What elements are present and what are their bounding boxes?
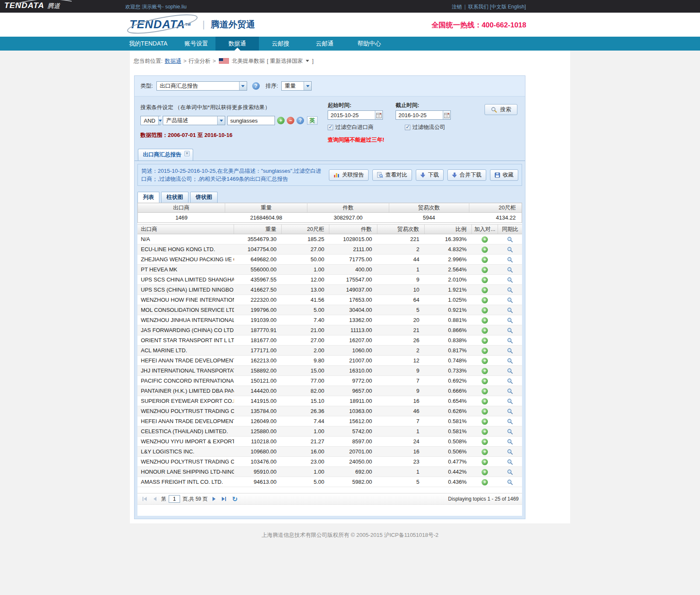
add-to-compare-icon[interactable] bbox=[482, 459, 488, 465]
prev-page-button[interactable] bbox=[151, 495, 159, 503]
add-to-compare-icon[interactable] bbox=[482, 277, 488, 283]
download-button[interactable]: 下载 bbox=[416, 169, 444, 181]
exporter-name-link[interactable]: ORIENT STAR TRANSPORT INT L LTD RM bbox=[137, 335, 234, 346]
exporter-name-link[interactable]: PT HEVEA MK bbox=[137, 265, 234, 275]
add-to-compare-icon[interactable] bbox=[482, 257, 488, 263]
yoy-magnifier-icon[interactable] bbox=[507, 418, 513, 425]
nav-item-data-hub[interactable]: 数据通 bbox=[215, 37, 259, 51]
chevron-down-icon[interactable] bbox=[306, 60, 309, 62]
exporter-name-link[interactable]: HONOUR LANE SHIPPING LTD-NINGBO bbox=[137, 467, 234, 477]
next-page-button[interactable] bbox=[210, 495, 218, 503]
view-compare-button[interactable]: 查看对比 bbox=[372, 169, 412, 181]
search-field-select[interactable]: 产品描述 bbox=[163, 116, 225, 125]
yoy-magnifier-icon[interactable] bbox=[507, 287, 513, 293]
add-to-compare-icon[interactable] bbox=[482, 358, 488, 364]
exporter-name-link[interactable]: WENZHOU YIYU IMPORT & EXPORT C... bbox=[137, 437, 234, 447]
col-header-weight[interactable]: 重量 bbox=[234, 225, 282, 234]
exporter-name-link[interactable]: UPS SCS (CHINA) LIMITED NINGBO bbox=[137, 285, 234, 295]
last-page-button[interactable] bbox=[220, 495, 228, 503]
yoy-magnifier-icon[interactable] bbox=[507, 236, 513, 243]
start-date-input[interactable]: 2015-10-25 bbox=[328, 110, 383, 120]
sort-select[interactable]: 重量 bbox=[281, 81, 312, 91]
yoy-magnifier-icon[interactable] bbox=[507, 257, 513, 263]
tab-pie-chart-view[interactable]: 饼状图 bbox=[190, 192, 218, 203]
yoy-magnifier-icon[interactable] bbox=[507, 358, 513, 364]
filter-logistics-checkbox[interactable]: 过滤物流公司 bbox=[405, 123, 445, 131]
contact-link[interactable]: 联系我们 bbox=[468, 4, 488, 10]
exporter-name-link[interactable]: PANTAINER (H.K.) LIMITED DBA PANTAI bbox=[137, 386, 234, 396]
english-toggle-button[interactable]: 英 bbox=[307, 116, 318, 125]
col-header-add-compare[interactable]: 加入对... bbox=[472, 225, 498, 234]
exporter-name-link[interactable]: ACL MARINE LTD. bbox=[137, 346, 234, 356]
yoy-magnifier-icon[interactable] bbox=[507, 247, 513, 253]
close-icon[interactable]: ✕ bbox=[184, 151, 190, 156]
yoy-magnifier-icon[interactable] bbox=[507, 327, 513, 334]
related-report-button[interactable]: 关联报告 bbox=[329, 169, 369, 181]
col-header-teu[interactable]: 20尺柜 bbox=[282, 225, 329, 234]
logout-link[interactable]: 注销 bbox=[452, 4, 462, 10]
first-page-button[interactable] bbox=[141, 495, 148, 503]
add-to-compare-icon[interactable] bbox=[482, 338, 488, 344]
end-date-input[interactable]: 2016-10-25 bbox=[396, 110, 451, 120]
tab-list-view[interactable]: 列表 bbox=[137, 192, 159, 203]
yoy-magnifier-icon[interactable] bbox=[507, 317, 513, 324]
calendar-icon[interactable] bbox=[443, 111, 450, 119]
yoy-magnifier-icon[interactable] bbox=[507, 429, 513, 435]
checkbox-checked-icon[interactable] bbox=[405, 125, 410, 130]
add-to-compare-icon[interactable] bbox=[482, 449, 488, 455]
search-button[interactable]: 搜索 bbox=[485, 104, 517, 115]
nav-item-cloud-mail-search[interactable]: 云邮搜 bbox=[259, 37, 302, 51]
exporter-name-link[interactable]: CELESTICA (THAILAND) LIMITED. bbox=[137, 426, 234, 437]
col-header-ratio[interactable]: 比例 bbox=[424, 225, 471, 234]
chevron-down-icon[interactable] bbox=[158, 116, 162, 125]
exporter-name-link[interactable]: WENZHOU HOW FINE INTERNATIONAL... bbox=[137, 295, 234, 305]
refresh-icon[interactable]: ↻ bbox=[232, 495, 237, 503]
help-icon[interactable]: ? bbox=[252, 82, 260, 90]
add-to-compare-icon[interactable] bbox=[482, 307, 488, 314]
yoy-magnifier-icon[interactable] bbox=[507, 297, 513, 303]
add-to-compare-icon[interactable] bbox=[482, 236, 488, 243]
col-header-exporter[interactable]: 出口商 bbox=[137, 225, 234, 234]
yoy-magnifier-icon[interactable] bbox=[507, 307, 513, 314]
exporter-name-link[interactable]: MOL CONSOLIDATION SERVICE LTD O/B bbox=[137, 305, 234, 315]
exporter-name-link[interactable]: L&Y LOGISTICS INC. bbox=[137, 447, 234, 457]
exporter-name-link[interactable]: JHJ INTERNATIONAL TRANSPORTATIO... bbox=[137, 366, 234, 376]
help-icon[interactable]: ? bbox=[296, 117, 304, 124]
add-to-compare-icon[interactable] bbox=[482, 287, 488, 293]
exporter-name-link[interactable]: WENZHOU JINHUA INTERNATIONAL T... bbox=[137, 315, 234, 325]
yoy-magnifier-icon[interactable] bbox=[507, 469, 513, 475]
reselect-country-label[interactable]: [ 重新选择国家 bbox=[267, 57, 303, 65]
report-tab[interactable]: 出口商汇总报告 ✕ bbox=[138, 149, 193, 161]
yoy-magnifier-icon[interactable] bbox=[507, 348, 513, 354]
yoy-magnifier-icon[interactable] bbox=[507, 338, 513, 344]
exporter-name-link[interactable]: AMASS FREIGHT INTL CO. LTD. bbox=[137, 477, 234, 487]
col-header-yoy[interactable]: 同期比 bbox=[498, 225, 522, 234]
add-to-compare-icon[interactable] bbox=[482, 479, 488, 485]
nav-item-account-settings[interactable]: 账号设置 bbox=[177, 37, 215, 51]
language-switch-link[interactable]: [中文版 English] bbox=[490, 4, 526, 10]
merge-download-button[interactable]: 合并下载 bbox=[447, 169, 486, 181]
exporter-name-link[interactable]: SUPERIOR EYEWEAR EXPORT CO.LLC bbox=[137, 396, 234, 406]
checkbox-checked-icon[interactable] bbox=[328, 125, 333, 130]
add-to-compare-icon[interactable] bbox=[482, 408, 488, 415]
add-to-compare-icon[interactable] bbox=[482, 297, 488, 303]
report-type-select[interactable]: 出口商汇总报告 bbox=[156, 81, 247, 91]
favorite-button[interactable]: 收藏 bbox=[490, 169, 518, 181]
filter-blank-importer-checkbox[interactable]: 过滤空白进口商 bbox=[328, 123, 374, 131]
exporter-name-link[interactable]: HEFEI ANAN TRADE DEVELOPMENT CO... bbox=[137, 416, 234, 426]
remove-condition-icon[interactable]: − bbox=[287, 117, 294, 124]
col-header-trade-count[interactable]: 贸易次数 bbox=[377, 225, 424, 234]
tab-bar-chart-view[interactable]: 柱状图 bbox=[161, 192, 188, 203]
nav-item-my-tendata[interactable]: 我的TENDATA bbox=[119, 37, 177, 51]
exporter-name-link[interactable]: ECU-LINE HONG KONG LTD. bbox=[137, 244, 234, 255]
add-to-compare-icon[interactable] bbox=[482, 439, 488, 445]
yoy-magnifier-icon[interactable] bbox=[507, 479, 513, 485]
exporter-name-link[interactable]: HEFEI ANAN TRADE DEVELOPMENT CO... bbox=[137, 356, 234, 366]
nav-item-cloud-mail[interactable]: 云邮通 bbox=[302, 37, 347, 51]
yoy-magnifier-icon[interactable] bbox=[507, 449, 513, 455]
add-to-compare-icon[interactable] bbox=[482, 378, 488, 384]
yoy-magnifier-icon[interactable] bbox=[507, 368, 513, 374]
add-to-compare-icon[interactable] bbox=[482, 317, 488, 324]
exporter-name-link[interactable]: WENZHOU POLYTRUST TRADING CO bbox=[137, 457, 234, 467]
add-to-compare-icon[interactable] bbox=[482, 348, 488, 354]
